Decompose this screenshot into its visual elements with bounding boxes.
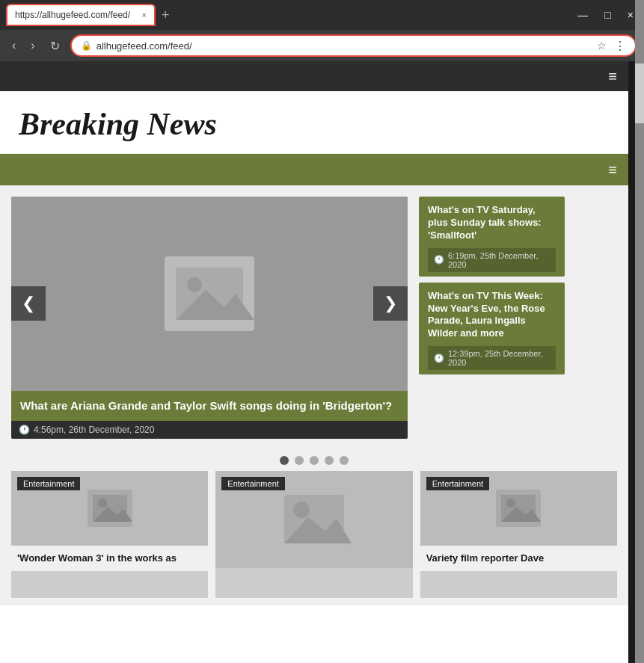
slide-time: 🕐 4:56pm, 26th December, 2020 [11, 421, 408, 439]
site-title: Breaking News [19, 106, 610, 142]
clock-icon-2: 🕐 [434, 354, 444, 363]
new-tab-button[interactable]: + [162, 8, 170, 22]
dot-4[interactable] [325, 456, 334, 465]
slider-next-button[interactable]: ❯ [373, 286, 408, 321]
bottom-card-1-title: 'Wonder Woman 3' in the works as [11, 546, 208, 571]
bookmark-icon[interactable]: ☆ [597, 40, 607, 52]
svg-point-2 [187, 277, 202, 292]
sidebar-card-1-time: 🕐 6:19pm, 25th December, 2020 [428, 248, 556, 272]
card-3-placeholder [496, 490, 541, 527]
clock-icon-1: 🕐 [434, 255, 444, 265]
sidebar-card-2-time: 🕐 12:39pm, 25th December, 2020 [428, 346, 556, 370]
dot-2[interactable] [295, 456, 304, 465]
svg-point-10 [293, 502, 310, 518]
svg-point-6 [98, 499, 107, 508]
slide-title: What are Ariana Grande and Taylor Swift … [20, 398, 399, 413]
sidebar-card-1-title: What's on TV Saturday, plus Sunday talk … [428, 204, 556, 242]
main-content: ❮ ❯ What are Ariana Grande and Taylor Sw… [0, 185, 628, 450]
svg-point-14 [506, 499, 515, 508]
slide-placeholder-image [165, 256, 254, 331]
address-text: allhugefeed.com/feed/ [96, 40, 592, 52]
dot-3[interactable] [310, 456, 319, 465]
slider-dots [0, 450, 628, 471]
browser-tab[interactable]: https://allhugefeed.com/feed/ × [6, 4, 156, 26]
sidebar-card-1[interactable]: What's on TV Saturday, plus Sunday talk … [419, 197, 565, 277]
card-2-placeholder [277, 487, 352, 551]
sidebar-card-2-title: What's on TV This Week: New Year's Eve, … [428, 290, 556, 341]
lock-icon: 🔒 [81, 40, 92, 51]
green-menu-button[interactable]: ≡ [608, 161, 617, 179]
site-header: ≡ [0, 61, 628, 91]
address-menu-icon[interactable]: ⋮ [614, 39, 626, 53]
bottom-card-1[interactable]: Entertainment 'Wonder Woman 3' in the wo… [11, 471, 208, 598]
bottom-card-2[interactable]: Entertainment [215, 471, 412, 598]
sidebar-card-2[interactable]: What's on TV This Week: New Year's Eve, … [419, 283, 565, 375]
bottom-cards-section: Entertainment 'Wonder Woman 3' in the wo… [0, 471, 628, 605]
header-menu-button[interactable]: ≡ [608, 68, 617, 85]
forward-button[interactable]: › [26, 36, 39, 55]
clock-icon: 🕐 [19, 425, 30, 435]
slide-timestamp: 4:56pm, 26th December, 2020 [34, 425, 154, 435]
dot-1[interactable] [280, 456, 289, 465]
green-nav-bar: ≡ [0, 154, 628, 185]
bottom-card-3-title: Variety film reporter Dave [420, 546, 617, 571]
window-controls: — □ × [573, 7, 638, 22]
maximize-button[interactable]: □ [600, 7, 615, 22]
tab-url: https://allhugefeed.com/feed/ [15, 10, 136, 20]
entertainment-badge-1[interactable]: Entertainment [17, 477, 80, 490]
navigation-bar: ‹ › ↻ 🔒 allhugefeed.com/feed/ ☆ ⋮ [0, 30, 644, 61]
back-button[interactable]: ‹ [7, 36, 20, 55]
page-content: ≡ Breaking News ≡ [0, 61, 628, 663]
slide-image [11, 197, 408, 391]
card-1-placeholder [88, 490, 132, 527]
entertainment-badge-3[interactable]: Entertainment [426, 477, 489, 490]
sidebar: What's on TV Saturday, plus Sunday talk … [419, 197, 565, 439]
news-slider: ❮ ❯ What are Ariana Grande and Taylor Sw… [11, 197, 408, 439]
minimize-button[interactable]: — [573, 7, 592, 22]
tab-close-button[interactable]: × [142, 10, 147, 19]
refresh-button[interactable]: ↻ [46, 36, 64, 56]
entertainment-badge-2[interactable]: Entertainment [221, 477, 284, 490]
dot-5[interactable] [340, 456, 349, 465]
scrollbar-thumb[interactable] [635, 64, 644, 123]
bottom-card-3[interactable]: Entertainment Variety film reporter Dave [420, 471, 617, 598]
slide-caption: What are Ariana Grande and Taylor Swift … [11, 391, 408, 421]
site-title-bar: Breaking News [0, 91, 628, 154]
slider-prev-button[interactable]: ❮ [11, 286, 46, 321]
scrollbar-track [635, 0, 644, 663]
address-bar[interactable]: 🔒 allhugefeed.com/feed/ ☆ ⋮ [70, 34, 637, 57]
